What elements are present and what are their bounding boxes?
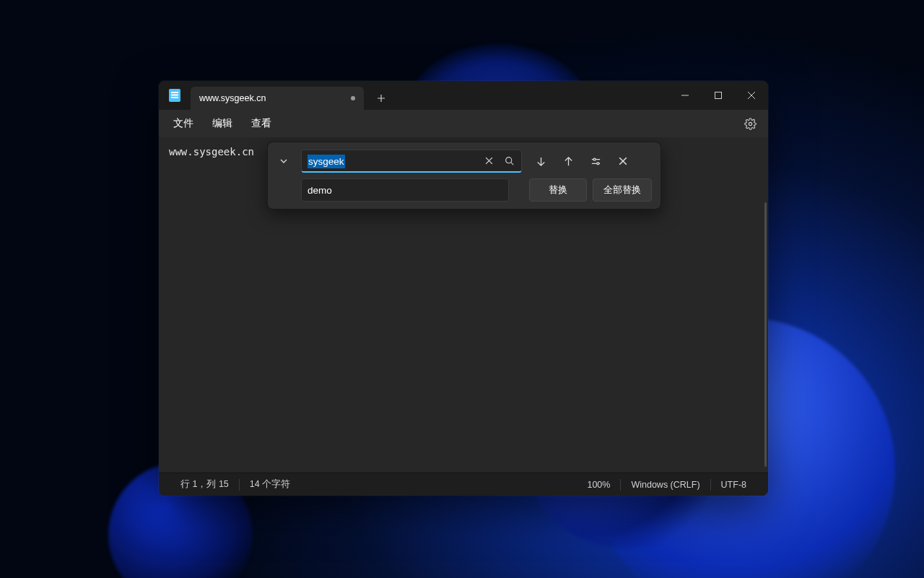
svg-point-4 bbox=[596, 162, 598, 164]
status-zoom[interactable]: 100% bbox=[577, 480, 620, 490]
find-previous-button[interactable] bbox=[557, 150, 580, 172]
replace-input[interactable] bbox=[301, 178, 509, 202]
svg-rect-0 bbox=[715, 92, 722, 99]
x-icon bbox=[485, 157, 493, 165]
tab-active[interactable]: www.sysgeek.cn bbox=[191, 87, 364, 110]
statusbar: 行 1，列 15 14 个字符 100% Windows (CRLF) UTF-… bbox=[159, 473, 768, 496]
titlebar: www.sysgeek.cn bbox=[159, 81, 768, 110]
clear-search-button[interactable] bbox=[479, 152, 498, 171]
minimize-button[interactable] bbox=[668, 81, 702, 110]
svg-point-1 bbox=[749, 122, 751, 125]
window-controls bbox=[668, 81, 768, 110]
maximize-icon bbox=[715, 92, 722, 99]
status-line-ending[interactable]: Windows (CRLF) bbox=[621, 480, 710, 490]
menu-edit[interactable]: 编辑 bbox=[205, 114, 240, 133]
replace-all-button[interactable]: 全部替换 bbox=[593, 178, 652, 202]
close-button[interactable] bbox=[735, 81, 768, 110]
close-find-panel-button[interactable] bbox=[611, 150, 635, 172]
sliders-icon bbox=[590, 156, 601, 167]
find-next-button[interactable] bbox=[529, 150, 552, 172]
settings-button[interactable] bbox=[740, 113, 761, 134]
tab-modified-indicator-icon bbox=[351, 96, 355, 100]
notepad-icon bbox=[169, 89, 180, 102]
menu-view[interactable]: 查看 bbox=[244, 114, 279, 133]
app-icon bbox=[159, 89, 191, 102]
editor-area[interactable]: www.sysgeek.cn sysgeek bbox=[159, 137, 768, 473]
search-button[interactable] bbox=[500, 152, 518, 171]
status-position: 行 1，列 15 bbox=[170, 478, 239, 491]
gear-icon bbox=[744, 118, 757, 130]
plus-icon bbox=[377, 94, 385, 103]
tab-title: www.sysgeek.cn bbox=[199, 93, 266, 103]
scrollbar-vertical[interactable] bbox=[762, 202, 767, 467]
close-icon bbox=[619, 157, 627, 165]
search-options-button[interactable] bbox=[584, 150, 607, 172]
maximize-button[interactable] bbox=[702, 81, 735, 110]
menu-file[interactable]: 文件 bbox=[166, 114, 201, 133]
notepad-window: www.sysgeek.cn 文件 编辑 查看 bbox=[159, 81, 768, 496]
menubar: 文件 编辑 查看 bbox=[159, 110, 768, 137]
search-input[interactable] bbox=[302, 155, 479, 166]
search-field-wrap: sysgeek bbox=[301, 150, 522, 173]
svg-point-2 bbox=[505, 158, 511, 163]
search-icon bbox=[505, 156, 514, 165]
status-encoding[interactable]: UTF-8 bbox=[711, 480, 757, 490]
svg-point-3 bbox=[593, 158, 596, 160]
arrow-down-icon bbox=[536, 156, 546, 167]
new-tab-button[interactable] bbox=[368, 87, 394, 110]
status-char-count: 14 个字符 bbox=[240, 478, 300, 491]
minimize-icon bbox=[681, 92, 689, 99]
chevron-down-icon bbox=[279, 157, 288, 165]
arrow-up-icon bbox=[563, 156, 574, 167]
find-replace-panel: sysgeek bbox=[267, 142, 661, 210]
scrollbar-thumb[interactable] bbox=[764, 202, 767, 467]
toggle-replace-button[interactable] bbox=[276, 154, 291, 168]
close-icon bbox=[748, 92, 755, 99]
replace-button[interactable]: 替换 bbox=[529, 178, 587, 202]
